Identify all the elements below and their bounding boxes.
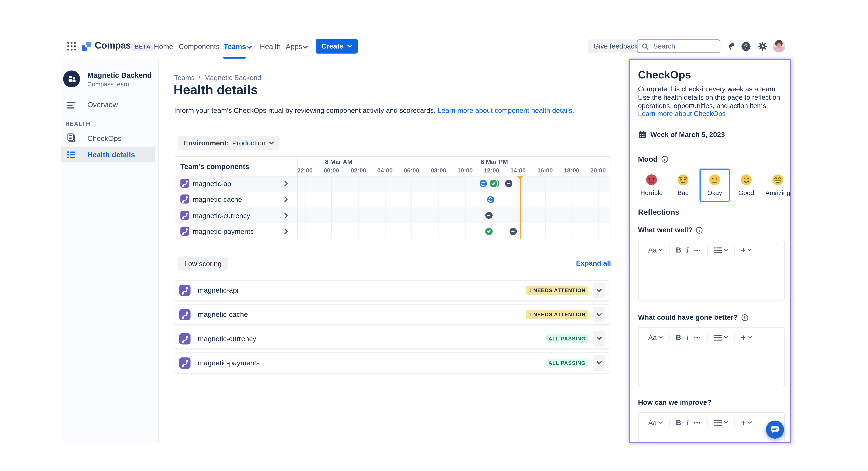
editor-toolbar: Aa B I ••• + xyxy=(639,328,784,342)
timeline-row-name[interactable]: magnetic-currency xyxy=(193,212,250,219)
gridline xyxy=(598,176,598,239)
row-expand-chevron-icon[interactable] xyxy=(284,196,288,203)
chat-widget-button[interactable] xyxy=(766,420,784,439)
event-passed-icon[interactable] xyxy=(490,180,497,187)
announcement-icon[interactable] xyxy=(726,42,735,51)
health-details-learn-more-link[interactable]: Learn more about component health detail… xyxy=(438,107,574,114)
checkops-learn-more-link[interactable]: Learn more about CheckOps xyxy=(638,110,726,118)
card-expand-button[interactable] xyxy=(593,331,606,347)
nav-apps-chevron-down-icon[interactable] xyxy=(303,46,308,49)
more-formatting-button[interactable]: ••• xyxy=(694,247,701,253)
toolbar-separator xyxy=(707,333,708,342)
bold-button[interactable]: B xyxy=(676,418,681,427)
tick-label: 16:00 xyxy=(534,167,556,173)
card-expand-button[interactable] xyxy=(593,283,606,298)
mood-option-label: Bad xyxy=(669,189,697,196)
row-expand-chevron-icon[interactable] xyxy=(284,180,288,186)
editor-what-went-well[interactable]: Aa B I ••• + xyxy=(638,240,784,300)
event-not-applicable-icon[interactable] xyxy=(509,228,517,235)
logo-text[interactable]: Compass xyxy=(95,40,136,51)
search-input[interactable] xyxy=(652,42,711,51)
mood-option-bad[interactable]: Bad xyxy=(668,169,698,202)
insert-button[interactable]: + xyxy=(741,418,752,428)
editor-how-improve[interactable]: Aa B I ••• + xyxy=(638,412,784,443)
breadcrumb-magnetic-backend[interactable]: Magnetic Backend xyxy=(204,74,261,82)
editor-toolbar: Aa B I ••• + xyxy=(639,413,784,427)
scorecard-row-magnetic-cache[interactable]: magnetic-cache 1 NEEDS ATTENTION xyxy=(175,304,609,325)
user-avatar[interactable] xyxy=(773,40,785,53)
compass-logo-icon[interactable] xyxy=(81,41,92,52)
scorecard-row-magnetic-currency[interactable]: magnetic-currency ALL PASSING xyxy=(175,328,609,349)
settings-gear-icon[interactable] xyxy=(758,42,767,51)
card-expand-button[interactable] xyxy=(593,307,606,323)
app-switcher-grid-icon[interactable] xyxy=(66,41,76,51)
nav-apps[interactable]: Apps xyxy=(286,42,302,51)
scorecard-row-magnetic-api[interactable]: magnetic-api 1 NEEDS ATTENTION xyxy=(175,280,609,301)
environment-dropdown[interactable]: Environment: Production xyxy=(178,136,280,150)
insert-button[interactable]: + xyxy=(741,245,752,255)
event-not-applicable-icon[interactable] xyxy=(485,212,492,219)
text-style-button[interactable]: Aa xyxy=(648,333,663,341)
nav-home[interactable]: Home xyxy=(154,42,173,51)
mood-option-good[interactable]: Good xyxy=(731,169,762,202)
app-canvas: Compass BETA Home Components Teams Healt… xyxy=(0,0,868,471)
mood-option-okay-selected[interactable]: Okay xyxy=(700,169,730,202)
search-box[interactable] xyxy=(637,39,720,53)
info-icon[interactable] xyxy=(696,226,703,234)
nav-active-underline xyxy=(223,57,246,59)
list-button[interactable] xyxy=(714,419,728,426)
more-formatting-button[interactable]: ••• xyxy=(694,420,701,425)
question-text: What went well? xyxy=(638,226,692,234)
nav-teams-chevron-down-icon[interactable] xyxy=(247,46,252,49)
timeline-row-name[interactable]: magnetic-api xyxy=(193,180,233,188)
event-in-progress-icon[interactable] xyxy=(479,180,487,187)
list-button[interactable] xyxy=(714,246,728,254)
list-button[interactable] xyxy=(714,334,728,341)
sidebar-item-overview[interactable]: Overview xyxy=(87,100,118,109)
bold-button[interactable]: B xyxy=(676,333,681,342)
info-icon[interactable] xyxy=(741,314,748,321)
mood-option-horrible[interactable]: Horrible xyxy=(636,169,667,202)
timeline-row-name[interactable]: magnetic-cache xyxy=(193,196,242,204)
gridline xyxy=(411,176,412,239)
sidebar xyxy=(61,59,158,443)
event-not-applicable-icon[interactable] xyxy=(505,180,512,187)
nav-health[interactable]: Health xyxy=(260,42,281,51)
nav-teams[interactable]: Teams xyxy=(224,42,246,51)
insert-button[interactable]: + xyxy=(741,332,752,342)
sidebar-item-health-details[interactable]: Health details xyxy=(87,151,135,159)
scorecard-row-magnetic-payments[interactable]: magnetic-payments ALL PASSING xyxy=(175,353,609,373)
give-feedback-button[interactable]: Give feedback xyxy=(588,39,643,53)
gridline xyxy=(465,176,466,239)
row-expand-chevron-icon[interactable] xyxy=(284,228,288,235)
sidebar-item-checkops[interactable]: CheckOps xyxy=(87,134,122,143)
editor-gone-better[interactable]: Aa B I ••• + xyxy=(638,327,784,387)
expand-all-link[interactable]: Expand all xyxy=(576,259,611,267)
tick-label: 00:00 xyxy=(320,167,343,173)
question-gone-better: What could have gone better? xyxy=(638,314,749,321)
mood-option-label: Amazing xyxy=(764,189,792,196)
text-style-button[interactable]: Aa xyxy=(648,418,663,426)
low-scoring-filter-chip[interactable]: Low scoring xyxy=(178,257,228,271)
mood-option-amazing[interactable]: Amazing xyxy=(763,169,792,202)
mood-info-icon[interactable] xyxy=(661,156,669,163)
card-expand-button[interactable] xyxy=(593,355,606,371)
help-icon[interactable]: ? xyxy=(741,42,751,51)
italic-button[interactable]: I xyxy=(686,333,689,342)
timeline-header-divider xyxy=(175,176,609,176)
status-badge: ALL PASSING xyxy=(546,358,588,367)
timeline-row-name[interactable]: magnetic-payments xyxy=(193,228,254,235)
more-formatting-button[interactable]: ••• xyxy=(694,334,701,340)
nav-components[interactable]: Components xyxy=(179,42,219,51)
event-passed-icon[interactable] xyxy=(485,228,492,235)
create-button[interactable]: Create xyxy=(316,39,358,54)
event-in-progress-icon[interactable] xyxy=(487,196,494,203)
italic-button[interactable]: I xyxy=(686,418,689,427)
status-badge: ALL PASSING xyxy=(546,334,588,343)
components-timeline-table: Team’s components 8 Mar AM 8 Mar PM 22:0… xyxy=(175,156,610,240)
text-style-button[interactable]: Aa xyxy=(648,246,663,254)
breadcrumb-teams[interactable]: Teams xyxy=(174,74,195,82)
bold-button[interactable]: B xyxy=(676,246,681,254)
row-expand-chevron-icon[interactable] xyxy=(284,212,288,219)
italic-button[interactable]: I xyxy=(686,245,689,255)
